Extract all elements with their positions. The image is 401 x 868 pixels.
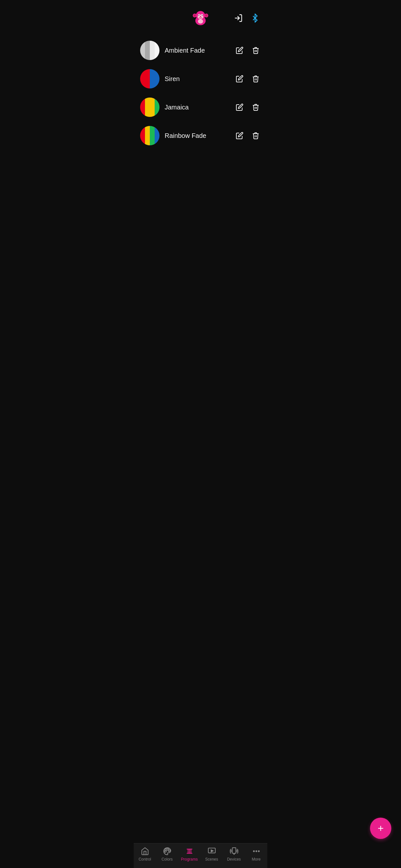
nav-item-programs[interactable]: Programs (180, 847, 199, 862)
scenes-icon (207, 847, 216, 856)
more-icon (252, 847, 261, 856)
nav-label: More (252, 857, 260, 862)
svg-point-12 (198, 19, 203, 24)
program-actions (235, 73, 261, 84)
nav-label: Devices (227, 857, 241, 862)
program-actions (235, 45, 261, 56)
svg-point-30 (258, 850, 259, 851)
svg-point-10 (202, 15, 203, 16)
svg-point-27 (234, 854, 234, 855)
monkey-logo (191, 8, 210, 28)
svg-point-3 (194, 14, 196, 17)
svg-point-11 (200, 16, 201, 17)
edit-button[interactable] (235, 45, 245, 56)
edit-button[interactable] (235, 102, 245, 113)
program-icon-rainbow-fade (140, 126, 159, 145)
svg-marker-24 (211, 850, 213, 852)
header-actions (233, 12, 261, 24)
delete-button[interactable] (251, 102, 261, 113)
bottom-nav: Control Colors Programs (134, 843, 267, 868)
svg-rect-25 (232, 848, 236, 853)
bluetooth-icon[interactable] (249, 12, 261, 24)
nav-item-scenes[interactable]: Scenes (202, 847, 221, 862)
colors-icon (163, 847, 172, 856)
svg-point-15 (168, 850, 170, 851)
delete-button[interactable] (251, 73, 261, 84)
program-icon-jamaica (140, 97, 159, 117)
programs-icon (185, 847, 194, 856)
nav-item-colors[interactable]: Colors (158, 847, 177, 862)
program-name: Siren (165, 75, 229, 83)
program-name: Rainbow Fade (165, 132, 229, 140)
nav-item-control[interactable]: Control (135, 847, 155, 862)
svg-point-29 (256, 850, 257, 851)
login-icon[interactable] (233, 12, 244, 24)
svg-point-17 (164, 850, 166, 852)
svg-point-28 (253, 850, 254, 851)
programs-list: Ambient Fade (134, 33, 267, 868)
list-item: Rainbow Fade (134, 121, 267, 150)
home-icon (141, 847, 150, 856)
program-icon-ambient-fade (140, 41, 159, 60)
program-actions (235, 102, 261, 113)
list-item: Siren (134, 65, 267, 93)
program-icon-siren (140, 69, 159, 89)
edit-button[interactable] (235, 130, 245, 141)
nav-label: Colors (161, 857, 173, 862)
nav-label: Scenes (205, 857, 218, 862)
delete-button[interactable] (251, 45, 261, 56)
delete-button[interactable] (251, 130, 261, 141)
program-name: Jamaica (165, 104, 229, 111)
devices-icon (229, 847, 239, 856)
edit-button[interactable] (235, 73, 245, 84)
nav-item-more[interactable]: More (247, 847, 266, 862)
program-name: Ambient Fade (165, 47, 229, 54)
list-item: Ambient Fade (134, 36, 267, 65)
nav-label: Control (138, 857, 151, 862)
svg-point-9 (198, 15, 199, 16)
list-item: Jamaica (134, 93, 267, 121)
svg-point-5 (205, 14, 208, 17)
header (134, 3, 267, 33)
program-actions (235, 130, 261, 141)
nav-item-devices[interactable]: Devices (224, 847, 244, 862)
nav-label: Programs (181, 857, 197, 862)
